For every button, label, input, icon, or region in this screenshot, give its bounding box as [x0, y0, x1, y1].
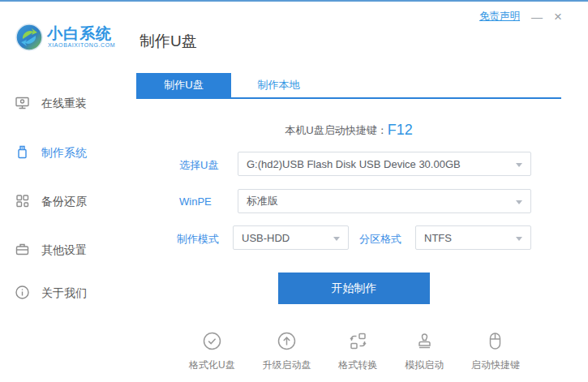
tool-label: 启动快捷键 [471, 358, 520, 372]
make-mode-value: USB-HDD [242, 232, 290, 244]
usb-drive-icon [15, 144, 30, 163]
close-button[interactable]: × [554, 11, 562, 23]
sidebar-item-label: 其他设置 [41, 243, 87, 258]
sidebar-item-label: 制作系统 [41, 146, 87, 161]
app-window: 免责声明 — × 小白系统 XIAOBAIXITONG.COM 制作U盘 [0, 0, 588, 382]
check-circle-icon [202, 331, 222, 354]
sidebar-item-backup-restore[interactable]: 备份还原 [15, 192, 87, 212]
window-controls: 免责声明 — × [479, 10, 562, 24]
make-mode-label: 制作模式 [177, 232, 219, 247]
tool-format-usb[interactable]: 格式化U盘 [189, 331, 235, 372]
upload-circle-icon [277, 331, 297, 354]
tab-make-local[interactable]: 制作本地 [231, 73, 326, 97]
sidebar-item-about-us[interactable]: 关于我们 [15, 284, 87, 303]
boot-hotkey-value: F12 [388, 122, 413, 138]
sidebar-item-label: 备份还原 [41, 195, 87, 209]
minimize-button[interactable]: — [531, 11, 543, 23]
tab-bar: 制作U盘 制作本地 [136, 73, 561, 99]
usb-select-dropdown[interactable]: G:(hd2)USB Flash Disk USB Device 30.00GB [238, 152, 531, 176]
info-icon [15, 285, 30, 303]
tool-label: 格式转换 [338, 358, 377, 372]
usb-select-label: 选择U盘 [179, 158, 218, 173]
tool-format-convert[interactable]: 格式转换 [338, 331, 377, 372]
app-logo-icon [15, 23, 44, 52]
grid-icon [15, 193, 30, 212]
winpe-label: WinPE [179, 195, 212, 208]
tool-boot-hotkey[interactable]: 启动快捷键 [471, 331, 520, 372]
brand-domain: XIAOBAIXITONG.COM [48, 42, 115, 48]
start-make-button[interactable]: 开始制作 [278, 273, 430, 304]
boot-hotkey-prefix: 本机U盘启动快捷键： [285, 124, 387, 136]
tool-label: 升级启动盘 [263, 358, 311, 372]
partition-format-value: NTFS [424, 232, 452, 244]
convert-icon [348, 331, 368, 354]
mouse-icon [485, 331, 505, 354]
bottom-toolbar: 格式化U盘 升级启动盘 格式转换 [189, 331, 520, 372]
usb-select-value: G:(hd2)USB Flash Disk USB Device 30.00GB [247, 158, 461, 170]
make-mode-dropdown[interactable]: USB-HDD [233, 225, 349, 250]
monitor-icon [15, 95, 30, 114]
tool-simulate-boot[interactable]: 模拟启动 [405, 331, 444, 372]
sidebar-item-label: 在线重装 [41, 97, 87, 111]
sidebar-item-make-system[interactable]: 制作系统 [15, 144, 87, 163]
chevron-down-icon [516, 163, 522, 167]
briefcase-icon [15, 242, 30, 260]
partition-format-dropdown[interactable]: NTFS [415, 225, 531, 250]
sidebar-item-online-reinstall[interactable]: 在线重装 [15, 94, 87, 114]
sidebar-item-label: 关于我们 [41, 286, 87, 301]
tool-label: 模拟启动 [405, 358, 444, 372]
sidebar-item-other-settings[interactable]: 其他设置 [15, 241, 87, 260]
chevron-down-icon [333, 237, 340, 241]
boot-hotkey-line: 本机U盘启动快捷键：F12 [136, 122, 561, 139]
tool-label: 格式化U盘 [189, 358, 235, 372]
stamp-icon [414, 331, 435, 354]
chevron-down-icon [516, 237, 522, 241]
winpe-dropdown[interactable]: 标准版 [238, 189, 531, 213]
disclaimer-link[interactable]: 免责声明 [479, 10, 520, 24]
page-title: 制作U盘 [139, 31, 197, 52]
partition-format-label: 分区格式 [359, 232, 401, 247]
tab-make-usb[interactable]: 制作U盘 [136, 73, 231, 97]
winpe-value: 标准版 [247, 194, 278, 208]
chevron-down-icon [516, 200, 522, 204]
tool-upgrade-boot-disk[interactable]: 升级启动盘 [263, 331, 311, 372]
